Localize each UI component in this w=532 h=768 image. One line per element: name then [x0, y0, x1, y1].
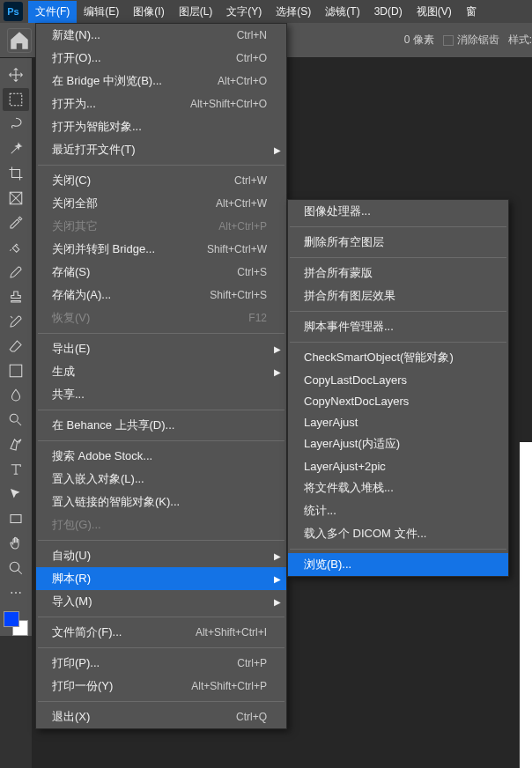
- file-menu-item-21[interactable]: 搜索 Adobe Stock...: [36, 445, 286, 468]
- script-menu-item-15[interactable]: 将文件载入堆栈...: [288, 476, 508, 499]
- edit-toolbar[interactable]: ⋯: [3, 581, 29, 604]
- menu-item-label: 自动(U): [52, 548, 91, 564]
- menu-item-shortcut: F12: [248, 312, 267, 324]
- script-menu-item-13[interactable]: LayerAjust(内适应): [288, 432, 508, 455]
- gradient-tool[interactable]: [3, 359, 29, 382]
- file-menu-item-2[interactable]: 在 Bridge 中浏览(B)...Alt+Ctrl+O: [36, 70, 286, 92]
- stamp-tool[interactable]: [3, 285, 29, 308]
- menu-item-label: 关闭全部: [52, 196, 98, 211]
- zoom-tool[interactable]: [3, 557, 29, 580]
- svg-point-5: [10, 562, 19, 572]
- magic-wand-tool[interactable]: [3, 137, 29, 160]
- file-menu-item-12[interactable]: 存储为(A)...Shift+Ctrl+S: [36, 284, 286, 306]
- color-swatches[interactable]: [4, 611, 28, 636]
- menu-item-shortcut: Alt+Shift+Ctrl+I: [196, 626, 267, 639]
- script-menu-item-2[interactable]: 删除所有空图层: [288, 231, 508, 254]
- menu-item-shortcut: Alt+Ctrl+W: [216, 197, 267, 210]
- blur-tool[interactable]: [3, 384, 29, 407]
- menu-view[interactable]: 视图(V): [410, 1, 459, 23]
- document-edge: [520, 442, 532, 768]
- menu-item-shortcut: Alt+Shift+Ctrl+P: [191, 680, 267, 692]
- file-menu-item-8[interactable]: 关闭全部Alt+Ctrl+W: [36, 192, 286, 215]
- menu-item-label: 生成: [52, 364, 75, 380]
- frame-tool[interactable]: [3, 187, 29, 210]
- file-menu-item-28[interactable]: 导入(M)▶: [36, 590, 286, 613]
- file-menu-item-7[interactable]: 关闭(C)Ctrl+W: [36, 169, 286, 192]
- menu-item-label: CopyLastDocLayers: [304, 373, 407, 387]
- file-menu-item-32[interactable]: 打印(P)...Ctrl+P: [36, 652, 286, 675]
- file-menu-item-5[interactable]: 最近打开文件(T)▶: [36, 138, 286, 161]
- file-menu-item-30[interactable]: 文件简介(F)...Alt+Shift+Ctrl+I: [36, 621, 286, 644]
- file-menu-item-19[interactable]: 在 Behance 上共享(D)...: [36, 414, 286, 437]
- menu-item-label: 关闭其它: [52, 218, 98, 234]
- menu-edit[interactable]: 编辑(E): [77, 1, 126, 23]
- checkbox-icon[interactable]: [443, 35, 454, 46]
- menu-item-shortcut: Alt+Ctrl+P: [218, 220, 267, 233]
- menu-select[interactable]: 选择(S): [269, 1, 318, 23]
- file-menu-item-22[interactable]: 置入嵌入对象(L)...: [36, 468, 286, 491]
- eraser-tool[interactable]: [3, 335, 29, 358]
- move-tool[interactable]: [3, 63, 29, 86]
- svg-rect-0: [10, 93, 22, 106]
- type-tool[interactable]: [3, 458, 29, 481]
- file-menu-separator: [38, 410, 284, 410]
- script-menu-item-11[interactable]: CopyNextDocLayers: [288, 390, 508, 411]
- lasso-tool[interactable]: [3, 113, 29, 136]
- script-menu-item-0[interactable]: 图像处理器...: [288, 200, 508, 223]
- rectangle-tool[interactable]: [3, 507, 29, 530]
- menu-item-shortcut: Alt+Shift+Ctrl+O: [190, 98, 267, 110]
- menu-file[interactable]: 文件(F): [28, 1, 77, 23]
- submenu-arrow-icon: ▶: [274, 145, 281, 155]
- menu-item-label: 在 Behance 上共享(D)...: [52, 417, 174, 433]
- file-menu-item-33[interactable]: 打印一份(Y)Alt+Shift+Ctrl+P: [36, 675, 286, 698]
- crop-tool[interactable]: [3, 162, 29, 185]
- file-menu-item-13: 恢复(V)F12: [36, 306, 286, 329]
- menu-item-label: CheckSmartObject(智能对象): [304, 350, 454, 366]
- script-menu-item-17[interactable]: 载入多个 DICOM 文件...: [288, 522, 508, 545]
- script-menu-item-19[interactable]: 浏览(B)...: [288, 553, 508, 576]
- menu-type[interactable]: 文字(Y): [219, 1, 269, 23]
- file-menu-item-23[interactable]: 置入链接的智能对象(K)...: [36, 491, 286, 513]
- brush-tool[interactable]: [3, 261, 29, 284]
- file-menu-separator: [38, 333, 284, 334]
- menu-filter[interactable]: 滤镜(T): [318, 1, 366, 23]
- menu-item-label: 导出(E): [52, 341, 90, 357]
- hand-tool[interactable]: [3, 532, 29, 555]
- history-brush-tool[interactable]: [3, 310, 29, 333]
- script-menu-item-12[interactable]: LayerAjust: [288, 411, 508, 432]
- script-menu-item-10[interactable]: CopyLastDocLayers: [288, 369, 508, 390]
- file-menu-item-1[interactable]: 打开(O)...Ctrl+O: [36, 47, 286, 70]
- pen-tool[interactable]: [3, 433, 29, 456]
- fg-color-swatch[interactable]: [4, 611, 19, 627]
- submenu-arrow-icon: ▶: [274, 574, 281, 584]
- antialias-option[interactable]: 消除锯齿: [443, 33, 499, 48]
- menu-image[interactable]: 图像(I): [126, 1, 171, 23]
- script-menu-item-14[interactable]: LayerAjust+2pic: [288, 455, 508, 476]
- dodge-tool[interactable]: [3, 409, 29, 432]
- file-menu-item-16[interactable]: 生成▶: [36, 360, 286, 383]
- healing-tool[interactable]: [3, 236, 29, 259]
- script-menu-item-4[interactable]: 拼合所有蒙版: [288, 262, 508, 284]
- file-menu-item-4[interactable]: 打开为智能对象...: [36, 115, 286, 138]
- file-menu-item-35[interactable]: 退出(X)Ctrl+Q: [36, 705, 286, 728]
- file-menu-item-26[interactable]: 自动(U)▶: [36, 544, 286, 567]
- menu-item-shortcut: Shift+Ctrl+W: [207, 243, 267, 255]
- menu-3d[interactable]: 3D(D): [367, 2, 410, 21]
- menu-window[interactable]: 窗: [459, 1, 484, 23]
- marquee-tool[interactable]: [3, 88, 29, 111]
- file-menu-item-0[interactable]: 新建(N)...Ctrl+N: [36, 24, 286, 47]
- file-menu-item-10[interactable]: 关闭并转到 Bridge...Shift+Ctrl+W: [36, 238, 286, 261]
- file-menu-item-17[interactable]: 共享...: [36, 383, 286, 406]
- script-menu-item-5[interactable]: 拼合所有图层效果: [288, 284, 508, 307]
- script-menu-item-9[interactable]: CheckSmartObject(智能对象): [288, 346, 508, 369]
- file-menu-item-3[interactable]: 打开为...Alt+Shift+Ctrl+O: [36, 92, 286, 115]
- script-menu-item-7[interactable]: 脚本事件管理器...: [288, 315, 508, 338]
- home-icon[interactable]: [7, 28, 32, 53]
- file-menu-item-11[interactable]: 存储(S)Ctrl+S: [36, 261, 286, 284]
- file-menu-item-15[interactable]: 导出(E)▶: [36, 337, 286, 360]
- path-tool[interactable]: [3, 483, 29, 506]
- menu-layer[interactable]: 图层(L): [172, 1, 220, 23]
- script-menu-item-16[interactable]: 统计...: [288, 499, 508, 522]
- eyedropper-tool[interactable]: [3, 211, 29, 234]
- file-menu-item-27[interactable]: 脚本(R)▶: [36, 567, 286, 590]
